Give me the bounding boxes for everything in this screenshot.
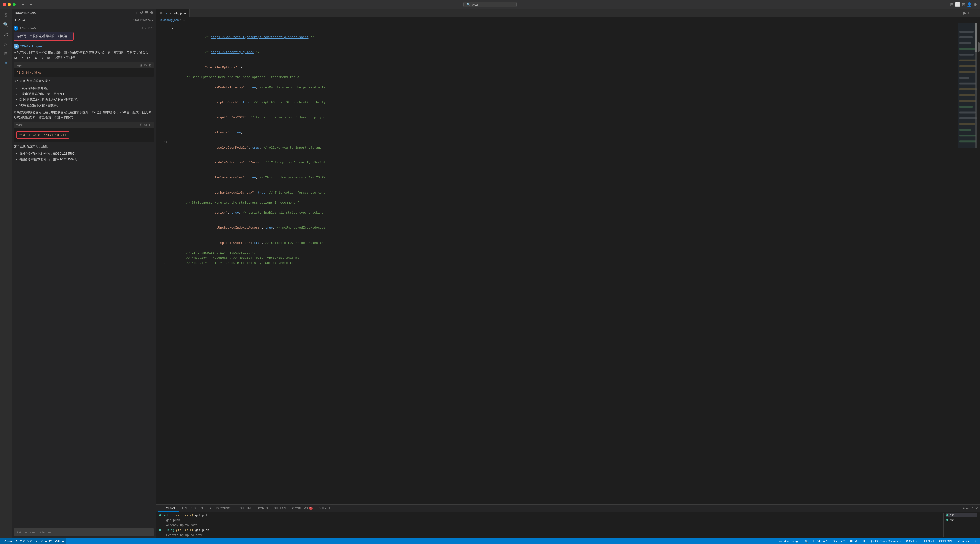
format-code-icon[interactable]: ⊡	[149, 64, 152, 67]
code-line: "allowJs": true,	[156, 125, 958, 140]
go-live[interactable]: ⚙ Go Live	[905, 538, 919, 544]
tab-close-icon[interactable]: ✕	[160, 11, 162, 15]
terminal-tab-name-2: zsh	[950, 518, 955, 522]
editor-tab-right-actions: ▶ ⊞ ⋯	[963, 11, 980, 15]
search-activity-icon[interactable]: 🔍	[2, 20, 10, 29]
scrollbar-thumb[interactable]	[978, 42, 980, 52]
send-button[interactable]: →	[147, 530, 151, 534]
error-count[interactable]: ⊘ 0	[20, 539, 25, 543]
spell-check[interactable]: A 1 Spell	[923, 538, 935, 544]
close-button[interactable]	[3, 3, 6, 6]
source-control-icon[interactable]: ⎇	[2, 30, 10, 38]
cursor-position[interactable]: Ln 64, Col 1	[812, 538, 829, 544]
status-branch[interactable]: ⎇ main ↻ ⊘ 0 ⚠ 0 ℹ 9 ≡ 0 -- NORMAL --	[0, 538, 66, 544]
split-editor-icon[interactable]: ⬜	[955, 2, 960, 7]
code-line: {	[156, 25, 958, 30]
terminal-tab[interactable]: TERMINAL	[158, 505, 179, 512]
new-terminal-icon[interactable]: +	[963, 506, 964, 510]
breadcrumb-file[interactable]: ts tsconfig.json	[160, 18, 179, 22]
editor-area: ✕ ts tsconfig.json ▶ ⊞ ⋯ ts tsconfig.jso…	[156, 9, 980, 538]
terminal-text: git push	[159, 519, 180, 522]
window-controls	[3, 3, 16, 6]
ai-chat-header: AI Chat 17621214750 ▾	[11, 17, 156, 24]
svg-rect-23	[975, 23, 977, 52]
layout-icon[interactable]: ⊟	[962, 2, 965, 7]
encoding[interactable]: UTF-8	[849, 538, 859, 544]
ports-tab[interactable]: PORTS	[255, 505, 271, 512]
code-content-area[interactable]: { /* https://www.totaltypescript.com/tsc…	[156, 23, 958, 504]
ai-chat-user: 17621214750 ▾	[133, 19, 153, 22]
info-count[interactable]: ℹ 9	[33, 539, 37, 543]
code-line: /* https://tsconfig.guide/ */	[156, 45, 958, 60]
sync-icon[interactable]: ↻	[16, 539, 18, 543]
debug-console-tab[interactable]: DEBUG CONSOLE	[206, 505, 237, 512]
insert-code-icon[interactable]: ⎘	[140, 64, 142, 67]
problems-tab[interactable]: PROBLEMS 9	[289, 505, 315, 512]
format-code-icon-2[interactable]: ⊡	[149, 123, 152, 127]
chat-list-icon[interactable]: ☰	[145, 11, 148, 15]
nav-back-button[interactable]: ←	[19, 2, 26, 7]
split-terminal-icon[interactable]: ⋯	[966, 506, 969, 510]
split-editor-icon[interactable]: ⊞	[968, 11, 971, 15]
output-tab[interactable]: OUTPUT	[315, 505, 333, 512]
git-blame[interactable]: You, 4 weeks ago	[778, 538, 800, 544]
nav-forward-button[interactable]: →	[28, 2, 35, 7]
maximize-button[interactable]	[13, 3, 16, 6]
bullet-item: 1 是电话号码的第一位，固定为1。	[19, 91, 154, 97]
hint-count[interactable]: ≡ 0	[39, 539, 43, 543]
chat-input[interactable]	[16, 531, 145, 534]
prettier-status[interactable]: ✓ Prettier	[957, 538, 970, 544]
copy-code-icon-2[interactable]: ⧉	[145, 123, 146, 127]
breadcrumb-section[interactable]: ...	[182, 18, 185, 22]
indentation[interactable]: Spaces: 2	[832, 538, 846, 544]
global-search[interactable]: 🔍 blog	[463, 2, 517, 7]
run-in-editor-icon[interactable]: ▶	[963, 11, 966, 15]
test-results-tab[interactable]: TEST RESULTS	[179, 505, 206, 512]
panel-header: TONGYI LINGMA + ↺ ☰ ⚙	[11, 9, 156, 17]
bullet-item: ^ 表示字符串的开始。	[19, 85, 154, 91]
insert-code-icon-2[interactable]: ⎘	[140, 123, 142, 127]
outline-tab[interactable]: OUTLINE	[237, 505, 255, 512]
ai-bullets-2: 3位区号+7位本地号码，如010-1234567。 4位区号+8位本地号码，如0…	[16, 151, 154, 162]
ai-avatar: ✦	[13, 44, 19, 49]
line-ending[interactable]: LF	[862, 538, 867, 544]
history-icon[interactable]: ↺	[140, 11, 143, 15]
minimize-button[interactable]	[8, 3, 11, 6]
tongyi-icon[interactable]: ✦	[2, 59, 10, 67]
copy-code-icon[interactable]: ⧉	[145, 64, 146, 67]
panel-settings-icon[interactable]: ⚙	[150, 11, 153, 15]
maximize-panel-icon[interactable]: ⌃	[971, 506, 974, 510]
close-panel-icon[interactable]: ✕	[975, 506, 978, 510]
more-actions-icon[interactable]: ⋯	[973, 11, 977, 15]
panel-tabs: TERMINAL TEST RESULTS DEBUG CONSOLE OUTL…	[156, 505, 980, 512]
ai-intro-text: 当然可以，以下是一个常用的校验中国大陆电话号码的正则表达式，它主要匹配11位数字…	[13, 50, 154, 60]
account-icon[interactable]: 👤	[967, 2, 972, 7]
extensions-icon[interactable]: ⊞	[2, 49, 10, 58]
codegpt-status[interactable]: CODEGPT	[938, 538, 953, 544]
terminal-branch-2: git:(main)	[176, 528, 193, 532]
code-block-2-header: regex ⎘ ⧉ ⊡	[13, 122, 154, 128]
terminal-tab-item-1[interactable]: zsh	[945, 513, 977, 517]
display-icon[interactable]: ⊞	[950, 2, 953, 7]
add-chat-icon[interactable]: +	[136, 11, 138, 15]
code-block-1-header: regex ⎘ ⧉ ⊡	[13, 62, 154, 68]
scrollbar-track[interactable]	[977, 23, 980, 504]
warning-count[interactable]: ⚠ 0	[27, 539, 32, 543]
chat-area[interactable]: 1 17621214750 今天 10:16 帮我写一个校验电话号码的正则表达式…	[11, 24, 156, 526]
editor-scroll-area: { /* https://www.totaltypescript.com/tsc…	[156, 23, 980, 504]
terminal-main[interactable]: → blog git:(main) git pull git push Alre…	[159, 513, 942, 537]
chevron-down-icon[interactable]: ▾	[152, 19, 153, 22]
terminal-tab-item-2[interactable]: zsh	[945, 518, 977, 522]
expand-icon[interactable]: ⤢	[974, 538, 978, 544]
code-line: 10 "resolveJsonModule": true, // Allows …	[156, 140, 958, 155]
language-mode[interactable]: { } JSON with Comments	[870, 538, 902, 544]
settings-icon[interactable]: ⚙	[974, 2, 977, 7]
ai-message: ✦ TONGYI Lingma 当然可以，以下是一个常用的校验中国大陆电话号码的…	[13, 44, 154, 162]
editor-tab-tsconfig[interactable]: ✕ ts tsconfig.json	[156, 9, 189, 17]
search-status-icon[interactable]: 🔍	[804, 538, 809, 544]
ai-avatar-icon: ✦	[15, 45, 17, 48]
explorer-icon[interactable]: ⎘	[2, 11, 10, 19]
gitlens-tab[interactable]: GITLENS	[271, 505, 289, 512]
code-content-2: ^\d{3}-\d{8}|\d{4}-\d{7}$	[19, 133, 67, 137]
run-debug-icon[interactable]: ▷	[2, 40, 10, 48]
